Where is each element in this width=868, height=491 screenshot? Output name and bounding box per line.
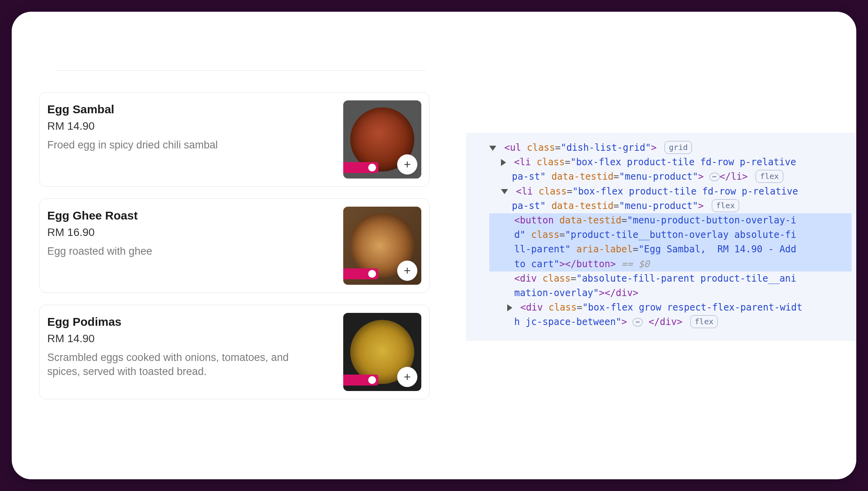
ellipsis-icon[interactable]: ⋯ xyxy=(709,173,720,181)
devtools-line: <ul class="dish-list-grid"> grid xyxy=(489,141,852,155)
dish-info: Egg Sambal RM 14.90 Froed egg in spicy d… xyxy=(47,100,218,152)
dish-item[interactable]: Egg Podimas RM 14.90 Scrambled eggs cook… xyxy=(39,305,430,399)
dish-description: Scrambled eggs cooked with onions, tomat… xyxy=(47,350,313,379)
dish-name: Egg Podimas xyxy=(47,315,313,329)
dish-name: Egg Sambal xyxy=(47,103,218,116)
disclosure-triangle-down-icon[interactable] xyxy=(501,189,508,194)
brand-badge xyxy=(343,375,378,386)
attr-value: menu-product xyxy=(625,171,692,182)
brand-badge xyxy=(343,268,378,279)
presentation-slide: Egg Sambal RM 14.90 Froed egg in spicy d… xyxy=(12,12,856,479)
attr-value: menu-product xyxy=(625,200,692,211)
devtools-line: pa-st" data-testid="menu-product"> ⋯</li… xyxy=(489,170,852,184)
dish-price: RM 16.90 xyxy=(47,226,152,239)
devtools-selected-line[interactable]: ll-parent" aria-label="Egg Sambal, RM 14… xyxy=(489,242,852,257)
dish-item[interactable]: Egg Sambal RM 14.90 Froed egg in spicy d… xyxy=(39,92,430,187)
dish-image-container xyxy=(343,313,421,391)
dish-price: RM 14.90 xyxy=(47,332,313,345)
ellipsis-icon[interactable]: ⋯ xyxy=(633,318,643,327)
brand-badge xyxy=(343,162,378,173)
attr-value: dish-list-grid xyxy=(566,142,645,153)
devtools-selected-line[interactable]: d" class="product-tile__button-overlay a… xyxy=(489,228,852,242)
layout-badge: flex xyxy=(690,315,718,328)
devtools-line: <li class="box-flex product-tile fd-row … xyxy=(489,155,852,170)
add-to-cart-button[interactable] xyxy=(397,261,417,281)
dish-price: RM 14.90 xyxy=(47,120,218,132)
devtools-line: mation-overlay"></div> xyxy=(489,286,852,300)
disclosure-triangle-right-icon[interactable] xyxy=(501,159,506,166)
add-to-cart-button[interactable] xyxy=(397,367,417,387)
devtools-line: <li class="box-flex product-tile fd-row … xyxy=(489,184,852,199)
devtools-line: pa-st" data-testid="menu-product"> flex xyxy=(489,199,852,213)
disclosure-triangle-right-icon[interactable] xyxy=(507,304,512,311)
disclosure-triangle-down-icon[interactable] xyxy=(489,146,496,151)
dish-image-container xyxy=(343,207,421,285)
dish-info: Egg Ghee Roast RM 16.90 Egg roasted with… xyxy=(47,207,152,258)
add-to-cart-button[interactable] xyxy=(397,154,417,175)
section-divider xyxy=(55,70,426,71)
layout-badge: grid xyxy=(665,141,692,154)
devtools-line: <div class="box-flex grow respect-flex-p… xyxy=(489,300,852,315)
selected-node-marker: == $0 xyxy=(622,259,650,270)
devtools-panel: <ul class="dish-list-grid"> grid <li cla… xyxy=(466,133,856,341)
plus-icon xyxy=(402,372,412,382)
dish-description: Egg roasted with ghee xyxy=(47,244,152,258)
devtools-line: <div class="absolute-fill-parent product… xyxy=(489,271,852,286)
devtools-selected-line[interactable]: to cart"></button> == $0 xyxy=(489,257,852,271)
dish-image-container xyxy=(343,100,421,179)
plus-icon xyxy=(402,159,412,170)
dish-item[interactable]: Egg Ghee Roast RM 16.90 Egg roasted with… xyxy=(39,198,430,293)
plus-icon xyxy=(402,266,412,276)
dish-description: Froed egg in spicy dried chili sambal xyxy=(47,138,218,152)
dish-list: Egg Sambal RM 14.90 Froed egg in spicy d… xyxy=(39,92,437,399)
menu-panel: Egg Sambal RM 14.90 Froed egg in spicy d… xyxy=(39,70,437,399)
devtools-line: h jc-space-between"> ⋯ </div> flex xyxy=(489,315,852,329)
dish-name: Egg Ghee Roast xyxy=(47,209,152,222)
layout-badge: flex xyxy=(756,170,783,183)
dish-info: Egg Podimas RM 14.90 Scrambled eggs cook… xyxy=(47,313,313,379)
devtools-selected-line[interactable]: <button data-testid="menu-product-button… xyxy=(489,213,852,228)
layout-badge: flex xyxy=(712,199,739,212)
